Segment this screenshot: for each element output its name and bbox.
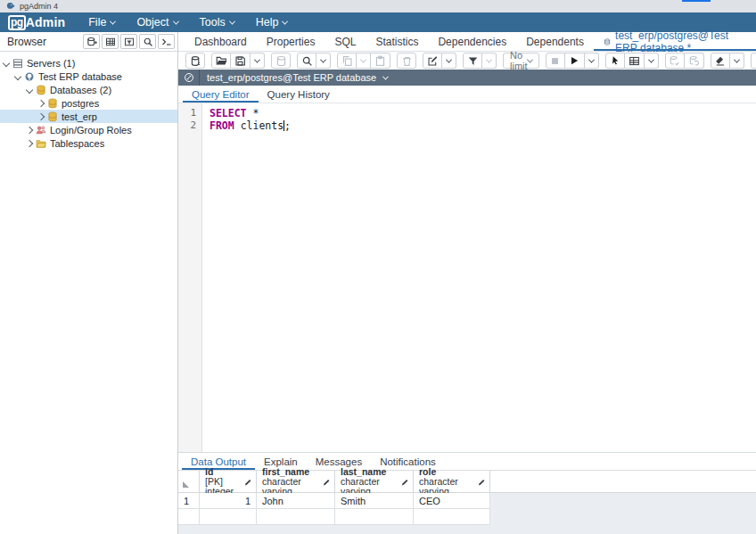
find-options-dropdown[interactable] — [316, 53, 331, 69]
tree-item-test-erp-db[interactable]: test_erp — [0, 110, 177, 123]
expand-caret-icon[interactable] — [26, 139, 33, 146]
select-all-corner[interactable] — [178, 471, 200, 492]
execute-button[interactable] — [565, 53, 585, 69]
filter-tree-button[interactable] — [120, 34, 137, 49]
save-data-changes-button[interactable] — [271, 53, 291, 69]
commit-button[interactable] — [665, 53, 685, 69]
cell-id[interactable]: 1 — [200, 493, 257, 509]
cursor-pointer-icon — [610, 55, 620, 66]
menu-tools[interactable]: Tools — [189, 12, 245, 32]
tab-statistics[interactable]: Statistics — [366, 32, 428, 51]
row-number-cell[interactable] — [178, 509, 200, 525]
cell-id[interactable] — [200, 509, 257, 525]
execute-options-dropdown[interactable] — [585, 53, 599, 69]
query-tool-database-icon — [604, 37, 611, 47]
titlebar-accent-strip — [682, 0, 711, 2]
cell-first-name[interactable] — [257, 509, 335, 525]
editor-code-area[interactable]: SELECT * FROM clients; — [203, 103, 756, 452]
save-file-button[interactable] — [231, 53, 251, 69]
edit-options-dropdown[interactable] — [442, 53, 456, 69]
terminal-icon — [161, 37, 172, 47]
menu-file[interactable]: File — [78, 12, 126, 32]
tab-dependents[interactable]: Dependents — [516, 32, 594, 51]
collapse-caret-icon[interactable] — [26, 86, 33, 93]
sql-text: clients — [234, 119, 284, 132]
edit-column-icon[interactable] — [400, 478, 409, 487]
column-header-role[interactable]: role character varying — [414, 471, 490, 492]
row-limit-select[interactable]: No limit — [503, 53, 539, 69]
cell-role[interactable]: CEO — [414, 493, 490, 509]
edit-column-icon[interactable] — [322, 478, 331, 487]
add-server-button[interactable] — [83, 34, 100, 49]
column-header-id[interactable]: id [PK] integer — [200, 471, 257, 492]
tree-item-test-erp-database-server[interactable]: Test ERP database — [0, 70, 177, 83]
search-objects-button[interactable] — [139, 34, 156, 49]
cancel-query-button[interactable] — [546, 53, 565, 69]
column-header-first-name[interactable]: first_name character varying — [257, 471, 335, 492]
edit-button[interactable] — [423, 53, 442, 69]
save-options-dropdown[interactable] — [251, 53, 265, 69]
editor-gutter: 1 2 — [178, 103, 202, 452]
server-icon — [12, 58, 23, 69]
macros-dropdown[interactable] — [730, 53, 744, 69]
expand-caret-icon[interactable] — [37, 99, 45, 106]
line-number: 2 — [178, 119, 201, 132]
copy-button[interactable] — [337, 53, 357, 69]
object-explorer-grid-button[interactable] — [102, 34, 119, 49]
filter-button[interactable] — [463, 53, 482, 69]
sql-keyword: FROM — [210, 119, 234, 132]
chevron-down-icon — [588, 56, 595, 62]
row-limit-value: No limit — [510, 50, 528, 71]
cell-first-name[interactable]: John — [257, 493, 335, 509]
row-number-cell[interactable]: 1 — [178, 493, 200, 509]
execute-to-cursor-button[interactable] — [605, 53, 625, 69]
open-file-button[interactable] — [211, 53, 231, 69]
collapse-caret-icon[interactable] — [3, 59, 10, 66]
cell-last-name[interactable] — [335, 509, 414, 525]
tree-item-databases[interactable]: Databases (2) — [0, 83, 177, 96]
tree-item-label: Servers (1) — [27, 58, 75, 69]
find-button[interactable] — [297, 53, 316, 69]
expand-caret-icon[interactable] — [37, 112, 45, 119]
collapse-caret-icon[interactable] — [14, 72, 21, 79]
menu-object[interactable]: Object — [126, 12, 188, 32]
delete-button[interactable] — [397, 53, 416, 69]
tab-properties[interactable]: Properties — [257, 32, 325, 51]
folder-open-icon — [216, 55, 227, 67]
column-header-last-name[interactable]: last_name character varying — [335, 471, 414, 492]
tree-item-servers[interactable]: Servers (1) — [0, 56, 177, 70]
paste-button[interactable] — [371, 53, 390, 69]
macros-button[interactable] — [711, 53, 730, 69]
connection-dropdown-icon[interactable] — [382, 73, 389, 79]
tree-item-postgres-db[interactable]: postgres — [0, 96, 177, 110]
sql-keyword: SELECT — [210, 107, 247, 119]
menu-help-label: Help — [256, 16, 279, 29]
download-results-button[interactable] — [751, 53, 756, 69]
tab-query-editor[interactable]: Query Editor — [183, 86, 259, 103]
explain-options-dropdown[interactable] — [645, 53, 659, 69]
filter-grid-icon — [124, 37, 135, 47]
connection-status-button[interactable] — [178, 70, 200, 86]
tree-item-tablespaces[interactable]: Tablespaces — [0, 136, 177, 150]
psql-tool-button[interactable] — [158, 34, 175, 49]
edit-column-icon[interactable] — [477, 478, 486, 487]
copy-options-dropdown[interactable] — [357, 53, 371, 69]
cell-last-name[interactable]: Smith — [335, 493, 414, 509]
explain-button[interactable] — [625, 53, 645, 69]
menu-help[interactable]: Help — [245, 12, 299, 32]
rollback-button[interactable] — [685, 53, 704, 69]
new-query-tool-button[interactable] — [185, 53, 205, 69]
filter-options-dropdown[interactable] — [482, 53, 497, 69]
sql-editor[interactable]: 1 2 SELECT * FROM clients; — [178, 103, 756, 452]
expand-caret-icon[interactable] — [26, 126, 33, 133]
play-icon — [569, 55, 579, 66]
cell-role[interactable] — [414, 509, 490, 525]
tab-sql[interactable]: SQL — [325, 32, 366, 51]
tree-item-label: Test ERP database — [38, 71, 122, 82]
tab-query-history[interactable]: Query History — [259, 86, 339, 103]
tab-dependencies[interactable]: Dependencies — [428, 32, 516, 51]
tab-dashboard[interactable]: Dashboard — [185, 32, 257, 51]
edit-column-icon[interactable] — [243, 478, 252, 487]
tree-item-login-group-roles[interactable]: Login/Group Roles — [0, 123, 177, 136]
tab-query-tool-active[interactable]: test_erp/postgres@Test ERP database * — [594, 32, 756, 51]
